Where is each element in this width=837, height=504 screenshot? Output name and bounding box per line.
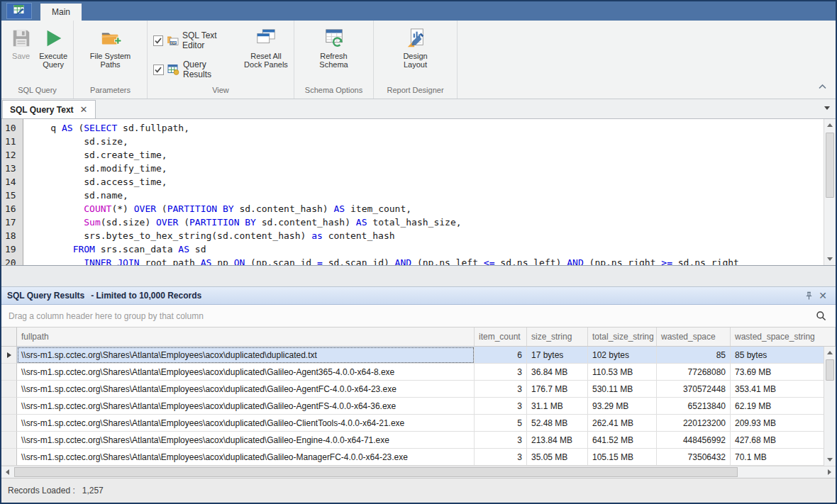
- grid-scrollbar-thumb[interactable]: [826, 359, 834, 381]
- cell-wasted_space[interactable]: 77268080: [657, 364, 731, 381]
- cell-item_count[interactable]: 3: [475, 381, 527, 398]
- auto-hide-pin-button[interactable]: [802, 289, 816, 302]
- save-button[interactable]: Save: [6, 25, 36, 62]
- cell-wasted_space[interactable]: 448456992: [657, 432, 731, 449]
- column-header-total_size_string[interactable]: total_size_string: [588, 327, 657, 346]
- cell-item_count[interactable]: 3: [475, 432, 527, 449]
- cell-size_string[interactable]: 36.84 MB: [527, 364, 588, 381]
- scroll-up-icon[interactable]: [824, 347, 836, 359]
- cell-fullpath[interactable]: \\srs-m1.sp.cctec.org\Shares\Atlanta\Emp…: [17, 449, 475, 466]
- cell-wasted_space_string[interactable]: 73.69 MB: [731, 364, 836, 381]
- search-button[interactable]: [813, 308, 828, 324]
- query-results-checkbox[interactable]: Query Results: [153, 60, 237, 79]
- code-line[interactable]: srs.bytes_to_hex_string(sd.content_hash)…: [28, 229, 824, 242]
- cell-wasted_space[interactable]: 65213840: [657, 398, 731, 415]
- code-line[interactable]: COUNT(*) OVER (PARTITION BY sd.content_h…: [28, 202, 824, 215]
- grid-horizontal-scrollbar[interactable]: [1, 466, 836, 478]
- cell-size_string[interactable]: 35.05 MB: [527, 449, 588, 466]
- cell-fullpath[interactable]: \\srs-m1.sp.cctec.org\Shares\Atlanta\Emp…: [17, 415, 475, 432]
- cell-wasted_space_string[interactable]: 85 bytes: [731, 347, 836, 364]
- column-header-size_string[interactable]: size_string: [527, 327, 588, 346]
- cell-wasted_space[interactable]: 220123200: [657, 415, 731, 432]
- cell-total_size_string[interactable]: 102 bytes: [588, 347, 657, 364]
- code-line[interactable]: q AS (SELECT sd.fullpath,: [28, 121, 824, 135]
- code-line[interactable]: Sum(sd.size) OVER (PARTITION BY sd.conte…: [28, 215, 824, 229]
- cell-total_size_string[interactable]: 641.52 MB: [588, 432, 657, 449]
- cell-fullpath[interactable]: \\srs-m1.sp.cctec.org\Shares\Atlanta\Emp…: [17, 398, 475, 415]
- code-line[interactable]: sd.size,: [28, 135, 824, 148]
- cell-wasted_space_string[interactable]: 70.1 MB: [731, 449, 836, 466]
- grid-vertical-scrollbar[interactable]: [824, 347, 836, 466]
- code-area[interactable]: q AS (SELECT sd.fullpath, sd.size, sd.cr…: [23, 119, 824, 265]
- tab-sql-query-text[interactable]: SQL Query Text ✕: [2, 100, 96, 118]
- editor-scrollbar-thumb[interactable]: [826, 133, 834, 198]
- code-line[interactable]: FROM srs.scan_data AS sd: [28, 242, 824, 256]
- cell-size_string[interactable]: 52.48 MB: [527, 415, 588, 432]
- cell-size_string[interactable]: 176.7 MB: [527, 381, 588, 398]
- grid-hscrollbar-thumb[interactable]: [14, 467, 738, 477]
- close-tab-icon[interactable]: ✕: [80, 106, 88, 113]
- code-line[interactable]: sd.create_time,: [28, 148, 824, 162]
- cell-wasted_space_string[interactable]: 209.93 MB: [731, 415, 836, 432]
- table-row[interactable]: \\srs-m1.sp.cctec.org\Shares\Atlanta\Emp…: [1, 398, 836, 415]
- close-panel-button[interactable]: ✕: [816, 289, 830, 302]
- cell-total_size_string[interactable]: 105.15 MB: [588, 449, 657, 466]
- cell-fullpath[interactable]: \\srs-m1.sp.cctec.org\Shares\Atlanta\Emp…: [17, 364, 475, 381]
- cell-wasted_space_string[interactable]: 62.19 MB: [731, 398, 836, 415]
- sql-editor[interactable]: 1011121314151617181920 q AS (SELECT sd.f…: [1, 119, 836, 266]
- cell-fullpath[interactable]: \\srs-m1.sp.cctec.org\Shares\Atlanta\Emp…: [17, 347, 475, 364]
- cell-total_size_string[interactable]: 530.11 MB: [588, 381, 657, 398]
- column-header-wasted_space[interactable]: wasted_space: [657, 327, 731, 346]
- refresh-schema-button[interactable]: Refresh Schema: [309, 25, 359, 71]
- cell-item_count[interactable]: 3: [475, 398, 527, 415]
- code-line[interactable]: sd.modify_time,: [28, 162, 824, 175]
- cell-fullpath[interactable]: \\srs-m1.sp.cctec.org\Shares\Atlanta\Emp…: [17, 381, 475, 398]
- cell-size_string[interactable]: 213.84 MB: [527, 432, 588, 449]
- table-row[interactable]: \\srs-m1.sp.cctec.org\Shares\Atlanta\Emp…: [1, 415, 836, 432]
- column-header-fullpath[interactable]: fullpath: [17, 327, 475, 346]
- table-row[interactable]: \\srs-m1.sp.cctec.org\Shares\Atlanta\Emp…: [1, 364, 836, 381]
- app-menu-button[interactable]: [6, 3, 32, 19]
- cell-total_size_string[interactable]: 93.29 MB: [588, 398, 657, 415]
- code-line[interactable]: sd.name,: [28, 189, 824, 202]
- scroll-right-icon[interactable]: [824, 466, 836, 478]
- cell-total_size_string[interactable]: 262.41 MB: [588, 415, 657, 432]
- tab-main[interactable]: Main: [40, 4, 82, 21]
- panel-splitter[interactable]: [1, 266, 836, 287]
- scroll-down-icon[interactable]: [824, 253, 836, 265]
- cell-item_count[interactable]: 3: [475, 449, 527, 466]
- group-caption-report-designer: Report Designer: [375, 84, 455, 99]
- design-layout-button[interactable]: Design Layout: [391, 25, 440, 71]
- cell-total_size_string[interactable]: 110.53 MB: [588, 364, 657, 381]
- execute-query-button[interactable]: Execute Query: [38, 25, 69, 71]
- scroll-left-icon[interactable]: [1, 466, 13, 478]
- collapse-ribbon-button[interactable]: [816, 80, 828, 91]
- editor-vertical-scrollbar[interactable]: [824, 119, 836, 265]
- column-header-item_count[interactable]: item_count: [475, 327, 527, 346]
- cell-size_string[interactable]: 31.1 MB: [527, 398, 588, 415]
- code-line[interactable]: sd.access_time,: [28, 175, 824, 189]
- cell-item_count[interactable]: 6: [475, 347, 527, 364]
- table-row[interactable]: \\srs-m1.sp.cctec.org\Shares\Atlanta\Emp…: [1, 381, 836, 398]
- table-row[interactable]: \\srs-m1.sp.cctec.org\Shares\Atlanta\Emp…: [1, 449, 836, 466]
- cell-wasted_space[interactable]: 85: [657, 347, 731, 364]
- reset-all-dock-panels-button[interactable]: Reset All Dock Panels: [243, 25, 289, 71]
- cell-size_string[interactable]: 17 bytes: [527, 347, 588, 364]
- table-row[interactable]: \\srs-m1.sp.cctec.org\Shares\Atlanta\Emp…: [1, 347, 836, 364]
- sql-text-editor-checkbox[interactable]: SQL SQL Text Editor: [153, 30, 237, 50]
- tab-list-dropdown-icon[interactable]: [824, 106, 830, 110]
- cell-item_count[interactable]: 5: [475, 415, 527, 432]
- cell-wasted_space[interactable]: 370572448: [657, 381, 731, 398]
- group-by-bar[interactable]: Drag a column header here to group by th…: [1, 305, 836, 327]
- cell-wasted_space[interactable]: 73506432: [657, 449, 731, 466]
- cell-fullpath[interactable]: \\srs-m1.sp.cctec.org\Shares\Atlanta\Emp…: [17, 432, 475, 449]
- scroll-down-icon[interactable]: [824, 454, 836, 466]
- cell-item_count[interactable]: 3: [475, 364, 527, 381]
- column-header-wasted_space_string[interactable]: wasted_space_string: [731, 327, 836, 346]
- cell-wasted_space_string[interactable]: 427.68 MB: [731, 432, 836, 449]
- table-row[interactable]: \\srs-m1.sp.cctec.org\Shares\Atlanta\Emp…: [1, 432, 836, 449]
- scroll-up-icon[interactable]: [824, 119, 836, 131]
- code-line[interactable]: INNER JOIN root_path AS np ON (np.scan_i…: [28, 256, 824, 265]
- file-system-paths-button[interactable]: File System Paths: [85, 25, 136, 71]
- cell-wasted_space_string[interactable]: 353.41 MB: [731, 381, 836, 398]
